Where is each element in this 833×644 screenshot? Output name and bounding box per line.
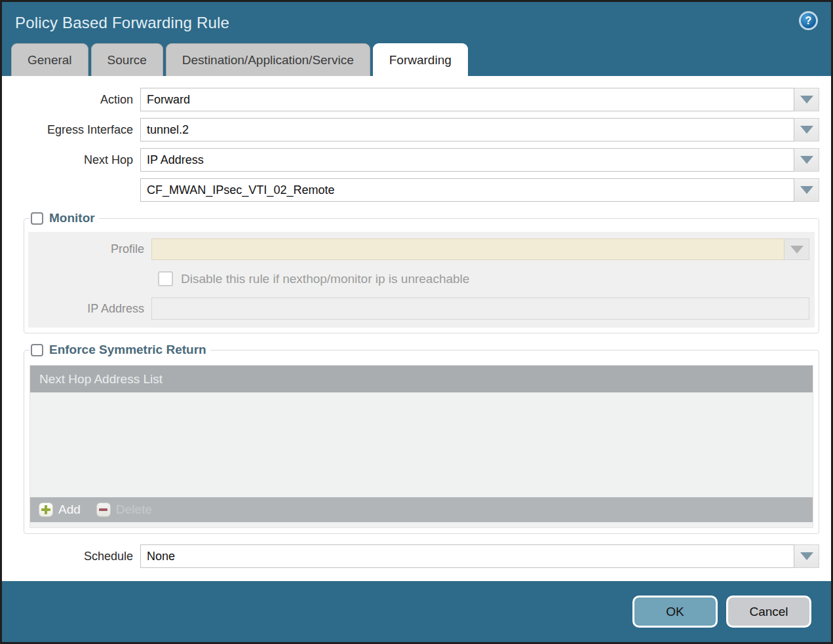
monitor-panel: Profile Disable this rule if nexthop/mon… [28,232,815,328]
disable-rule-label: Disable this rule if nexthop/monitor ip … [181,272,469,286]
add-button[interactable]: Add [39,502,81,517]
chevron-down-icon [800,186,813,194]
next-hop-type-select[interactable]: IP Address [140,148,794,172]
egress-interface-label: Egress Interface [16,123,140,137]
next-hop-address-dropdown-button[interactable] [794,178,819,202]
profile-row: Profile [28,238,809,260]
next-hop-address-select[interactable]: CF_MWAN_IPsec_VTI_02_Remote [140,178,794,202]
monitor-ip-address-row: IP Address [28,297,809,320]
tab-general[interactable]: General [11,43,88,76]
add-button-label: Add [58,502,81,517]
schedule-row: Schedule None [16,544,819,568]
next-hop-type-dropdown-button[interactable] [794,148,819,172]
plus-icon [39,502,53,517]
disable-rule-checkbox[interactable] [158,271,173,286]
next-hop-label: Next Hop [16,153,140,167]
next-hop-address-table: Next Hop Address List Add Delete [29,365,813,528]
chevron-down-icon [800,126,813,134]
schedule-select[interactable]: None [140,544,794,568]
enforce-symmetric-return-label: Enforce Symmetric Return [49,343,206,357]
profile-select[interactable] [151,238,785,260]
enforce-symmetric-return-section: Enforce Symmetric Return Next Hop Addres… [24,343,819,534]
action-select[interactable]: Forward [140,88,794,111]
forwarding-tab-content: Action Forward Egress Interface tunnel.2… [2,76,831,581]
monitor-checkbox[interactable] [31,212,43,225]
delete-button-label: Delete [116,502,152,517]
tab-forwarding[interactable]: Forwarding [373,43,468,76]
egress-interface-row: Egress Interface tunnel.2 [16,118,819,142]
monitor-ip-address-input[interactable] [151,297,809,320]
tab-bar: General Source Destination/Application/S… [2,43,831,76]
chevron-down-icon [790,246,804,254]
next-hop-address-row: CF_MWAN_IPsec_VTI_02_Remote [16,178,819,202]
policy-based-forwarding-dialog: Policy Based Forwarding Rule ? General S… [0,0,833,644]
egress-interface-dropdown-button[interactable] [794,118,819,142]
monitor-section-label: Monitor [49,211,95,225]
monitor-ip-address-label: IP Address [28,302,151,316]
egress-interface-select[interactable]: tunnel.2 [140,118,794,142]
next-hop-table-toolbar: Add Delete [30,497,813,522]
dialog-footer: OK Cancel [2,581,831,642]
profile-label: Profile [28,242,151,256]
dialog-title: Policy Based Forwarding Rule [15,14,229,32]
chevron-down-icon [800,156,813,164]
chevron-down-icon [800,552,813,560]
disable-rule-row: Disable this rule if nexthop/monitor ip … [158,271,809,286]
action-dropdown-button[interactable] [794,88,819,111]
action-label: Action [16,93,140,107]
action-row: Action Forward [16,88,819,111]
next-hop-address-list-header: Next Hop Address List [30,366,813,392]
minus-icon [96,502,111,517]
enforce-symmetric-return-checkbox[interactable] [31,344,43,356]
next-hop-row: Next Hop IP Address [16,148,819,172]
tab-destination-application-service[interactable]: Destination/Application/Service [166,43,370,76]
dialog-titlebar: Policy Based Forwarding Rule ? [2,2,831,43]
delete-button[interactable]: Delete [96,502,152,517]
tab-source[interactable]: Source [91,43,163,76]
schedule-label: Schedule [16,550,140,563]
schedule-dropdown-button[interactable] [794,544,819,568]
next-hop-address-list-body[interactable] [30,392,813,497]
cancel-button[interactable]: Cancel [726,596,811,628]
ok-button[interactable]: OK [632,596,718,628]
help-icon[interactable]: ? [799,11,818,30]
monitor-section: Monitor Profile Disable this rule if nex… [24,211,819,333]
profile-dropdown-button[interactable] [785,238,809,260]
chevron-down-icon [800,96,813,104]
